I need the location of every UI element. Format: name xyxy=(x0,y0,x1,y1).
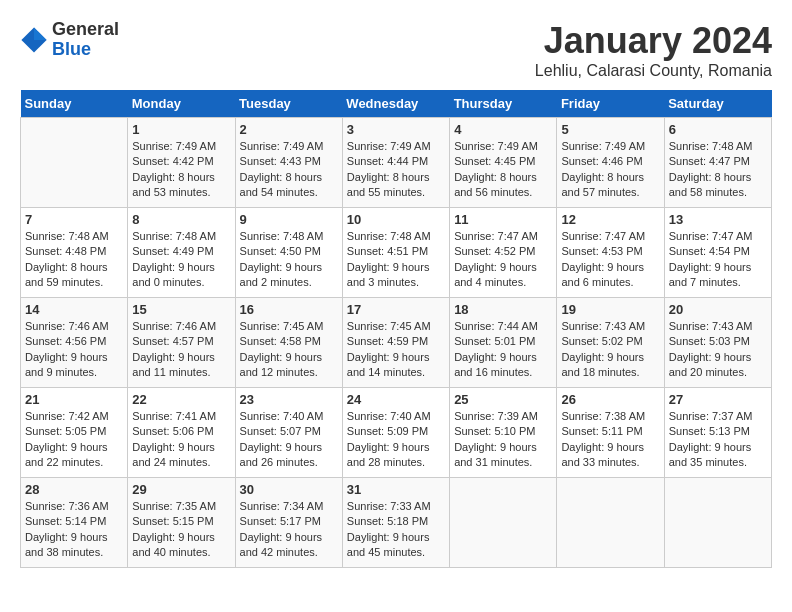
day-info: Sunrise: 7:48 AM Sunset: 4:49 PM Dayligh… xyxy=(132,229,230,291)
day-info: Sunrise: 7:48 AM Sunset: 4:51 PM Dayligh… xyxy=(347,229,445,291)
calendar-cell: 6Sunrise: 7:48 AM Sunset: 4:47 PM Daylig… xyxy=(664,118,771,208)
header-day-monday: Monday xyxy=(128,90,235,118)
calendar-cell: 23Sunrise: 7:40 AM Sunset: 5:07 PM Dayli… xyxy=(235,388,342,478)
day-number: 12 xyxy=(561,212,659,227)
day-info: Sunrise: 7:49 AM Sunset: 4:46 PM Dayligh… xyxy=(561,139,659,201)
calendar-cell xyxy=(664,478,771,568)
calendar-cell xyxy=(450,478,557,568)
day-number: 23 xyxy=(240,392,338,407)
day-number: 25 xyxy=(454,392,552,407)
day-info: Sunrise: 7:35 AM Sunset: 5:15 PM Dayligh… xyxy=(132,499,230,561)
calendar-cell: 17Sunrise: 7:45 AM Sunset: 4:59 PM Dayli… xyxy=(342,298,449,388)
day-info: Sunrise: 7:36 AM Sunset: 5:14 PM Dayligh… xyxy=(25,499,123,561)
header-day-sunday: Sunday xyxy=(21,90,128,118)
day-number: 6 xyxy=(669,122,767,137)
day-info: Sunrise: 7:42 AM Sunset: 5:05 PM Dayligh… xyxy=(25,409,123,471)
calendar-cell: 2Sunrise: 7:49 AM Sunset: 4:43 PM Daylig… xyxy=(235,118,342,208)
calendar-header-row: SundayMondayTuesdayWednesdayThursdayFrid… xyxy=(21,90,772,118)
day-number: 29 xyxy=(132,482,230,497)
svg-marker-1 xyxy=(34,27,47,40)
page-header: General Blue January 2024 Lehliu, Calara… xyxy=(20,20,772,80)
calendar-week-row: 7Sunrise: 7:48 AM Sunset: 4:48 PM Daylig… xyxy=(21,208,772,298)
calendar-cell: 1Sunrise: 7:49 AM Sunset: 4:42 PM Daylig… xyxy=(128,118,235,208)
calendar-cell: 24Sunrise: 7:40 AM Sunset: 5:09 PM Dayli… xyxy=(342,388,449,478)
day-info: Sunrise: 7:40 AM Sunset: 5:07 PM Dayligh… xyxy=(240,409,338,471)
day-info: Sunrise: 7:37 AM Sunset: 5:13 PM Dayligh… xyxy=(669,409,767,471)
day-number: 30 xyxy=(240,482,338,497)
day-info: Sunrise: 7:40 AM Sunset: 5:09 PM Dayligh… xyxy=(347,409,445,471)
calendar-week-row: 14Sunrise: 7:46 AM Sunset: 4:56 PM Dayli… xyxy=(21,298,772,388)
day-info: Sunrise: 7:48 AM Sunset: 4:47 PM Dayligh… xyxy=(669,139,767,201)
location: Lehliu, Calarasi County, Romania xyxy=(535,62,772,80)
header-day-friday: Friday xyxy=(557,90,664,118)
calendar-cell: 12Sunrise: 7:47 AM Sunset: 4:53 PM Dayli… xyxy=(557,208,664,298)
day-info: Sunrise: 7:39 AM Sunset: 5:10 PM Dayligh… xyxy=(454,409,552,471)
day-number: 2 xyxy=(240,122,338,137)
day-number: 31 xyxy=(347,482,445,497)
header-day-tuesday: Tuesday xyxy=(235,90,342,118)
day-number: 20 xyxy=(669,302,767,317)
calendar-cell: 8Sunrise: 7:48 AM Sunset: 4:49 PM Daylig… xyxy=(128,208,235,298)
calendar-cell: 11Sunrise: 7:47 AM Sunset: 4:52 PM Dayli… xyxy=(450,208,557,298)
day-info: Sunrise: 7:49 AM Sunset: 4:44 PM Dayligh… xyxy=(347,139,445,201)
calendar-cell: 3Sunrise: 7:49 AM Sunset: 4:44 PM Daylig… xyxy=(342,118,449,208)
calendar-cell: 27Sunrise: 7:37 AM Sunset: 5:13 PM Dayli… xyxy=(664,388,771,478)
day-number: 1 xyxy=(132,122,230,137)
day-info: Sunrise: 7:41 AM Sunset: 5:06 PM Dayligh… xyxy=(132,409,230,471)
day-info: Sunrise: 7:49 AM Sunset: 4:42 PM Dayligh… xyxy=(132,139,230,201)
day-info: Sunrise: 7:49 AM Sunset: 4:43 PM Dayligh… xyxy=(240,139,338,201)
month-title: January 2024 xyxy=(535,20,772,62)
day-number: 22 xyxy=(132,392,230,407)
calendar-week-row: 1Sunrise: 7:49 AM Sunset: 4:42 PM Daylig… xyxy=(21,118,772,208)
calendar-cell: 20Sunrise: 7:43 AM Sunset: 5:03 PM Dayli… xyxy=(664,298,771,388)
calendar-cell: 25Sunrise: 7:39 AM Sunset: 5:10 PM Dayli… xyxy=(450,388,557,478)
calendar-cell: 31Sunrise: 7:33 AM Sunset: 5:18 PM Dayli… xyxy=(342,478,449,568)
day-number: 26 xyxy=(561,392,659,407)
calendar-cell: 5Sunrise: 7:49 AM Sunset: 4:46 PM Daylig… xyxy=(557,118,664,208)
day-info: Sunrise: 7:47 AM Sunset: 4:52 PM Dayligh… xyxy=(454,229,552,291)
title-block: January 2024 Lehliu, Calarasi County, Ro… xyxy=(535,20,772,80)
calendar-cell: 13Sunrise: 7:47 AM Sunset: 4:54 PM Dayli… xyxy=(664,208,771,298)
header-day-thursday: Thursday xyxy=(450,90,557,118)
day-info: Sunrise: 7:47 AM Sunset: 4:54 PM Dayligh… xyxy=(669,229,767,291)
day-number: 8 xyxy=(132,212,230,227)
day-info: Sunrise: 7:43 AM Sunset: 5:02 PM Dayligh… xyxy=(561,319,659,381)
day-info: Sunrise: 7:46 AM Sunset: 4:56 PM Dayligh… xyxy=(25,319,123,381)
calendar-cell: 7Sunrise: 7:48 AM Sunset: 4:48 PM Daylig… xyxy=(21,208,128,298)
day-info: Sunrise: 7:47 AM Sunset: 4:53 PM Dayligh… xyxy=(561,229,659,291)
calendar-cell: 10Sunrise: 7:48 AM Sunset: 4:51 PM Dayli… xyxy=(342,208,449,298)
header-day-wednesday: Wednesday xyxy=(342,90,449,118)
day-info: Sunrise: 7:49 AM Sunset: 4:45 PM Dayligh… xyxy=(454,139,552,201)
calendar-cell: 22Sunrise: 7:41 AM Sunset: 5:06 PM Dayli… xyxy=(128,388,235,478)
day-number: 3 xyxy=(347,122,445,137)
day-info: Sunrise: 7:33 AM Sunset: 5:18 PM Dayligh… xyxy=(347,499,445,561)
calendar-cell: 14Sunrise: 7:46 AM Sunset: 4:56 PM Dayli… xyxy=(21,298,128,388)
day-number: 19 xyxy=(561,302,659,317)
day-info: Sunrise: 7:46 AM Sunset: 4:57 PM Dayligh… xyxy=(132,319,230,381)
calendar-cell: 28Sunrise: 7:36 AM Sunset: 5:14 PM Dayli… xyxy=(21,478,128,568)
calendar-cell: 18Sunrise: 7:44 AM Sunset: 5:01 PM Dayli… xyxy=(450,298,557,388)
day-number: 18 xyxy=(454,302,552,317)
day-number: 13 xyxy=(669,212,767,227)
calendar-cell xyxy=(21,118,128,208)
logo-general: General xyxy=(52,20,119,40)
calendar-cell: 9Sunrise: 7:48 AM Sunset: 4:50 PM Daylig… xyxy=(235,208,342,298)
calendar-cell: 15Sunrise: 7:46 AM Sunset: 4:57 PM Dayli… xyxy=(128,298,235,388)
day-info: Sunrise: 7:44 AM Sunset: 5:01 PM Dayligh… xyxy=(454,319,552,381)
calendar-week-row: 21Sunrise: 7:42 AM Sunset: 5:05 PM Dayli… xyxy=(21,388,772,478)
day-number: 10 xyxy=(347,212,445,227)
day-info: Sunrise: 7:48 AM Sunset: 4:50 PM Dayligh… xyxy=(240,229,338,291)
day-number: 14 xyxy=(25,302,123,317)
day-number: 24 xyxy=(347,392,445,407)
day-number: 9 xyxy=(240,212,338,227)
calendar-cell: 21Sunrise: 7:42 AM Sunset: 5:05 PM Dayli… xyxy=(21,388,128,478)
calendar-cell: 19Sunrise: 7:43 AM Sunset: 5:02 PM Dayli… xyxy=(557,298,664,388)
day-number: 5 xyxy=(561,122,659,137)
day-number: 16 xyxy=(240,302,338,317)
day-number: 17 xyxy=(347,302,445,317)
header-day-saturday: Saturday xyxy=(664,90,771,118)
calendar-cell: 26Sunrise: 7:38 AM Sunset: 5:11 PM Dayli… xyxy=(557,388,664,478)
calendar-table: SundayMondayTuesdayWednesdayThursdayFrid… xyxy=(20,90,772,568)
day-number: 11 xyxy=(454,212,552,227)
day-number: 15 xyxy=(132,302,230,317)
